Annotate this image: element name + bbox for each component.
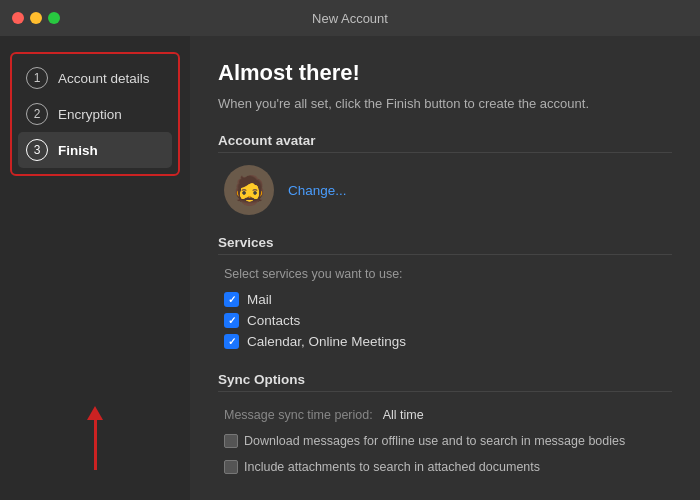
step-3-circle: 3 bbox=[26, 139, 48, 161]
title-bar: New Account bbox=[0, 0, 700, 36]
sync-attachments-label: Include attachments to search in attache… bbox=[244, 460, 540, 474]
service-mail-label: Mail bbox=[247, 292, 272, 307]
sidebar-highlight: 1 Account details 2 Encryption 3 Finish bbox=[10, 52, 180, 176]
sync-offline-checkbox[interactable] bbox=[224, 434, 238, 448]
step-1-circle: 1 bbox=[26, 67, 48, 89]
sync-section: Sync Options Message sync time period: A… bbox=[218, 372, 672, 478]
main-layout: 1 Account details 2 Encryption 3 Finish … bbox=[0, 36, 700, 500]
maximize-button[interactable] bbox=[48, 12, 60, 24]
content-area: Almost there! When you're all set, click… bbox=[190, 36, 700, 500]
change-avatar-link[interactable]: Change... bbox=[288, 183, 347, 198]
services-section-header: Services bbox=[218, 235, 672, 255]
sidebar-item-finish[interactable]: 3 Finish bbox=[18, 132, 172, 168]
sidebar-item-label-finish: Finish bbox=[58, 143, 98, 158]
sync-period-value: All time bbox=[383, 408, 424, 422]
service-calendar-checkbox[interactable] bbox=[224, 334, 239, 349]
traffic-lights bbox=[12, 12, 60, 24]
sidebar-item-label-account-details: Account details bbox=[58, 71, 150, 86]
avatar-icon: 🧔 bbox=[232, 174, 267, 207]
service-contacts-checkbox[interactable] bbox=[224, 313, 239, 328]
minimize-button[interactable] bbox=[30, 12, 42, 24]
arrow-line bbox=[94, 420, 97, 470]
services-section: Services Select services you want to use… bbox=[218, 235, 672, 352]
window-title: New Account bbox=[312, 11, 388, 26]
content-heading: Almost there! bbox=[218, 60, 672, 86]
sidebar-item-account-details[interactable]: 1 Account details bbox=[18, 60, 172, 96]
sync-attachments-row[interactable]: Include attachments to search in attache… bbox=[218, 456, 672, 478]
avatar-row: 🧔 Change... bbox=[218, 165, 672, 215]
sync-period-row: Message sync time period: All time bbox=[218, 404, 672, 426]
step-2-circle: 2 bbox=[26, 103, 48, 125]
content-subtitle: When you're all set, click the Finish bu… bbox=[218, 96, 672, 111]
avatar-section-header: Account avatar bbox=[218, 133, 672, 153]
sync-offline-label: Download messages for offline use and to… bbox=[244, 434, 625, 448]
service-mail-checkbox[interactable] bbox=[224, 292, 239, 307]
service-mail-row[interactable]: Mail bbox=[218, 289, 672, 310]
sync-offline-row[interactable]: Download messages for offline use and to… bbox=[218, 430, 672, 452]
sync-section-header: Sync Options bbox=[218, 372, 672, 392]
sidebar: 1 Account details 2 Encryption 3 Finish bbox=[0, 36, 190, 500]
services-select-label: Select services you want to use: bbox=[218, 267, 672, 281]
close-button[interactable] bbox=[12, 12, 24, 24]
sidebar-item-label-encryption: Encryption bbox=[58, 107, 122, 122]
sync-period-label: Message sync time period: bbox=[224, 408, 373, 422]
service-contacts-label: Contacts bbox=[247, 313, 300, 328]
service-calendar-row[interactable]: Calendar, Online Meetings bbox=[218, 331, 672, 352]
arrow-head bbox=[87, 406, 103, 420]
service-contacts-row[interactable]: Contacts bbox=[218, 310, 672, 331]
avatar[interactable]: 🧔 bbox=[224, 165, 274, 215]
arrow-annotation bbox=[87, 406, 103, 470]
sync-attachments-checkbox[interactable] bbox=[224, 460, 238, 474]
service-calendar-label: Calendar, Online Meetings bbox=[247, 334, 406, 349]
sidebar-item-encryption[interactable]: 2 Encryption bbox=[18, 96, 172, 132]
